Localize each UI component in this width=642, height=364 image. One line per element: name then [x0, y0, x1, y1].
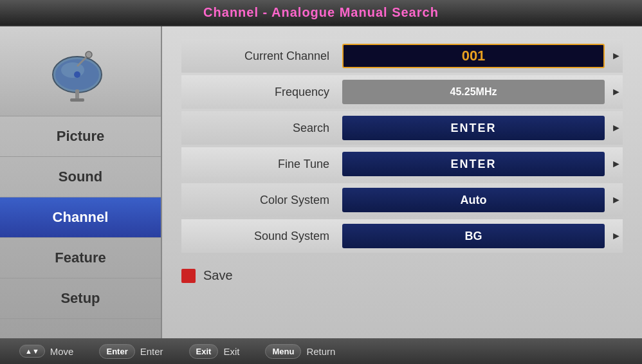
fine-tune-value-wrapper: ENTER ►	[342, 152, 623, 176]
frequency-value[interactable]: 45.25MHz	[342, 80, 605, 104]
settings-table: Current Channel 001 ► Frequency 45.25MHz…	[181, 39, 623, 255]
sidebar-item-channel[interactable]: Channel	[0, 197, 161, 238]
bottom-item-menu: Menu Return	[265, 344, 335, 359]
sound-system-arrow: ►	[610, 230, 623, 242]
bottom-item-exit: Exit Exit	[189, 344, 240, 359]
sound-system-value-wrapper: BG ►	[342, 224, 623, 248]
current-channel-arrow: ►	[610, 50, 623, 62]
save-section: Save	[181, 268, 623, 283]
frequency-label: Frequency	[181, 86, 342, 99]
satellite-dish-icon	[48, 39, 113, 104]
move-label: Move	[50, 346, 74, 357]
table-row: Fine Tune ENTER ►	[181, 147, 623, 181]
sound-system-label: Sound System	[181, 230, 342, 243]
fine-tune-arrow: ►	[610, 158, 623, 170]
sidebar-logo	[0, 26, 161, 116]
main-content: Picture Sound Channel Feature Setup Curr…	[0, 26, 642, 338]
color-system-value[interactable]: Auto	[342, 188, 605, 212]
table-row: Current Channel 001 ►	[181, 39, 623, 73]
exit-label: Exit	[223, 346, 239, 357]
save-label[interactable]: Save	[203, 268, 233, 283]
frequency-value-wrapper: 45.25MHz ►	[342, 80, 623, 104]
sidebar-item-setup[interactable]: Setup	[0, 278, 161, 319]
sound-system-value[interactable]: BG	[342, 224, 605, 248]
color-system-arrow: ►	[610, 194, 623, 206]
svg-point-6	[86, 51, 92, 58]
sidebar-item-feature[interactable]: Feature	[0, 238, 161, 278]
table-row: Search ENTER ►	[181, 111, 623, 145]
title-bar: Channel - Analogue Manual Search	[0, 0, 642, 26]
color-system-value-wrapper: Auto ►	[342, 188, 623, 212]
search-enter-button[interactable]: ENTER	[342, 116, 605, 140]
menu-key-badge: Menu	[265, 344, 301, 359]
fine-tune-label: Fine Tune	[181, 158, 342, 171]
menu-label: Return	[306, 346, 335, 357]
current-channel-value-wrapper: 001 ►	[342, 44, 623, 68]
sidebar-item-sound[interactable]: Sound	[0, 157, 161, 197]
current-channel-value[interactable]: 001	[342, 44, 605, 68]
table-row: Color System Auto ►	[181, 183, 623, 217]
enter-label: Enter	[140, 346, 163, 357]
svg-point-2	[61, 62, 84, 78]
save-red-icon	[181, 269, 196, 283]
table-row: Frequency 45.25MHz ►	[181, 75, 623, 109]
current-channel-label: Current Channel	[181, 50, 342, 63]
search-value-wrapper: ENTER ►	[342, 116, 623, 140]
search-arrow: ►	[610, 122, 623, 134]
table-row: Sound System BG ►	[181, 219, 623, 253]
frequency-arrow: ►	[610, 86, 623, 98]
search-label: Search	[181, 122, 342, 135]
enter-key-badge: Enter	[99, 344, 134, 359]
page-title: Channel - Analogue Manual Search	[0, 5, 642, 20]
move-key-badge: ▲▼	[19, 345, 45, 358]
exit-key-badge: Exit	[189, 344, 219, 359]
fine-tune-enter-button[interactable]: ENTER	[342, 152, 605, 176]
svg-rect-3	[75, 89, 79, 100]
color-system-label: Color System	[181, 194, 342, 207]
sidebar-item-picture[interactable]: Picture	[0, 116, 161, 157]
content-area: Current Channel 001 ► Frequency 45.25MHz…	[162, 26, 642, 338]
sidebar: Picture Sound Channel Feature Setup	[0, 26, 162, 338]
bottom-item-move: ▲▼ Move	[19, 345, 73, 358]
bottom-bar: ▲▼ Move Enter Enter Exit Exit Menu Retur…	[0, 338, 642, 364]
bottom-item-enter: Enter Enter	[99, 344, 163, 359]
svg-rect-4	[70, 98, 84, 102]
svg-point-7	[74, 71, 80, 78]
